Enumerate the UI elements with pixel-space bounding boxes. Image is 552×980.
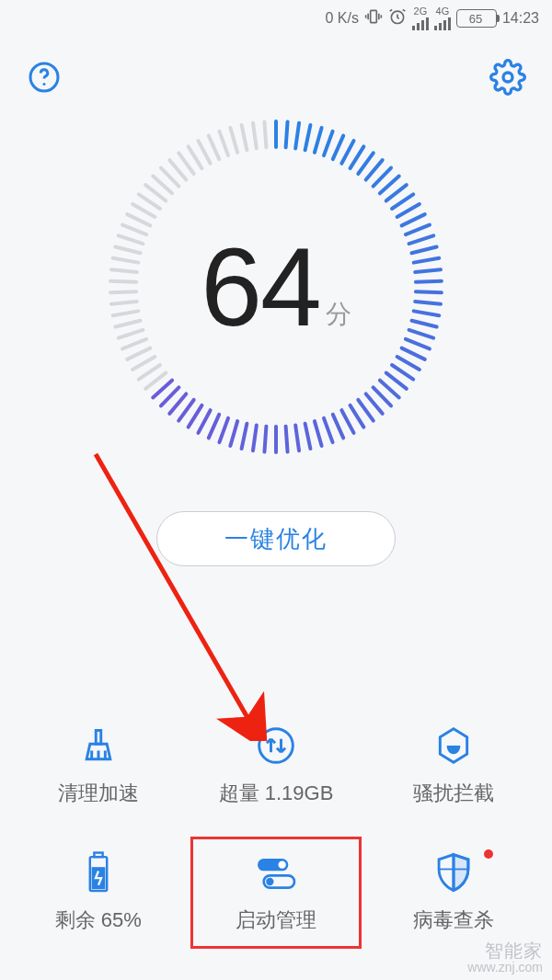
help-icon [28, 61, 61, 94]
gear-icon [489, 59, 526, 96]
battery-indicator-icon: 65 [456, 9, 497, 28]
net-speed: 0 K/s [325, 10, 358, 27]
svg-rect-99 [96, 731, 101, 745]
settings-button[interactable] [489, 59, 526, 96]
data-transfer-icon [256, 724, 296, 767]
watermark-brand: 智能家 [467, 940, 543, 961]
svg-point-7 [43, 83, 46, 85]
vibrate-icon [364, 7, 383, 29]
arrow-annotation [88, 447, 282, 741]
svg-point-8 [503, 73, 512, 82]
block-label: 骚扰拦截 [413, 780, 494, 807]
startup-label: 启动管理 [236, 906, 316, 934]
block-cell[interactable]: 骚扰拦截 [365, 724, 543, 807]
svg-rect-0 [371, 10, 377, 22]
signal-2g-label: 2G [414, 6, 428, 17]
score-unit: 分 [326, 297, 351, 332]
score-value: 64 [201, 223, 319, 350]
notification-dot [484, 849, 493, 859]
top-bar [0, 37, 552, 96]
score-gauge[interactable]: 64 分 [101, 112, 451, 462]
help-button[interactable] [26, 59, 63, 96]
watermark-url: www.znj.com [467, 961, 543, 974]
toggles-icon [253, 851, 299, 894]
signal-4g-bars-icon [434, 17, 451, 30]
battery-icon [81, 851, 116, 894]
svg-point-106 [278, 861, 285, 869]
cleanup-label: 清理加速 [58, 780, 139, 807]
status-bar: 0 K/s 2G 4G 65 14:23 [0, 0, 552, 37]
cleanup-cell[interactable]: 清理加速 [9, 724, 187, 807]
virus-scan-cell[interactable]: 病毒查杀 [365, 851, 543, 934]
shield-icon [433, 851, 474, 894]
alarm-icon [388, 7, 407, 29]
svg-rect-103 [94, 853, 102, 858]
signal-2g-bars-icon [412, 17, 429, 30]
svg-point-100 [259, 729, 293, 763]
optimize-button[interactable]: 一键优化 [156, 511, 396, 566]
broom-icon [78, 724, 119, 767]
feature-grid: 清理加速 超量 1.19GB 骚扰拦截 剩余 65% 启动管理 病毒查杀 [0, 724, 552, 934]
hand-block-icon [433, 724, 474, 767]
battery-label: 剩余 65% [55, 906, 142, 934]
signal-4g-label: 4G [436, 6, 450, 17]
battery-cell[interactable]: 剩余 65% [9, 851, 187, 934]
clock-time: 14:23 [502, 10, 539, 27]
svg-point-108 [266, 878, 273, 885]
data-usage-cell[interactable]: 超量 1.19GB [187, 724, 364, 807]
data-usage-label: 超量 1.19GB [219, 780, 334, 807]
svg-line-109 [96, 454, 249, 721]
startup-management-cell[interactable]: 启动管理 [187, 851, 364, 934]
virus-label: 病毒查杀 [413, 906, 494, 934]
watermark: 智能家 www.znj.com [467, 940, 543, 974]
